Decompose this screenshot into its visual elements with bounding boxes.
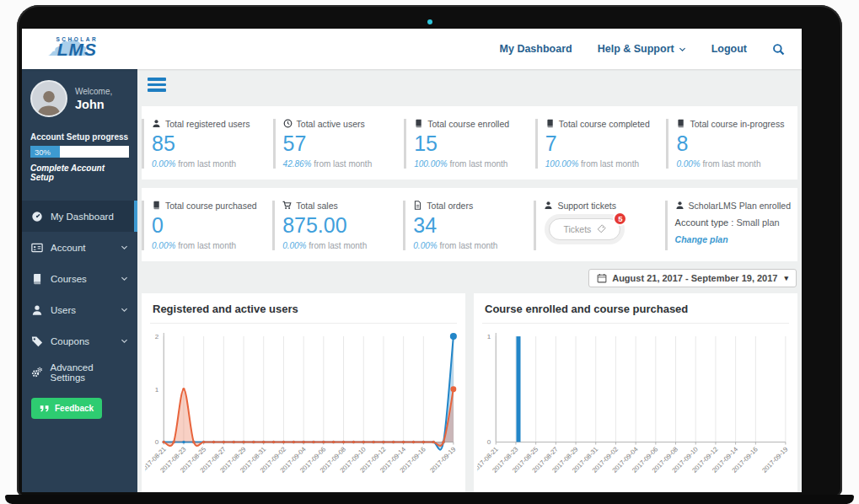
chevron-down-icon bbox=[121, 275, 128, 282]
nav-my-dashboard[interactable]: My Dashboard bbox=[500, 43, 572, 55]
id-card-icon bbox=[31, 242, 43, 254]
stats-row-1: Total registered users850.00% from last … bbox=[142, 106, 797, 180]
stat-subtext: 0.00% from last month bbox=[413, 241, 527, 250]
main-content: Total registered users850.00% from last … bbox=[137, 69, 802, 492]
stat-subtext: 42.86% from last month bbox=[283, 159, 398, 169]
sidebar-item-label: Advanced Settings bbox=[51, 362, 129, 383]
stats-row-2: Total course purchased00.00% from last m… bbox=[142, 188, 797, 261]
username: John bbox=[75, 98, 112, 111]
stat-title: Total course completed bbox=[559, 119, 650, 129]
gears-icon bbox=[31, 367, 43, 378]
tickets-badge: 5 bbox=[613, 212, 627, 226]
chart-title: Registered and active users bbox=[142, 293, 465, 323]
sidebar-item-label: Courses bbox=[51, 274, 87, 284]
nav-logout[interactable]: Logout bbox=[711, 43, 747, 55]
sidebar-item-my-dashboard[interactable]: My Dashboard bbox=[22, 201, 137, 232]
stat-value: 15 bbox=[414, 131, 529, 156]
change-plan-link[interactable]: Change plan bbox=[675, 234, 728, 244]
account-type-value: Small plan bbox=[736, 217, 779, 228]
registered-active-users-panel: Registered and active users 2017-08-2120… bbox=[142, 293, 465, 493]
stat-card-total-course-enrolled: Total course enrolled15100.00% from last… bbox=[404, 106, 535, 180]
sidebar-item-users[interactable]: Users bbox=[22, 294, 137, 325]
feedback-label: Feedback bbox=[55, 404, 94, 413]
svg-text:2017-09-19: 2017-09-19 bbox=[760, 445, 789, 474]
tablet-base bbox=[5, 495, 854, 504]
date-range-picker[interactable]: August 21, 2017 - September 19, 2017 ▾ bbox=[588, 269, 797, 287]
support-tickets-title: Support tickets bbox=[557, 201, 615, 211]
progress-fill: 30% bbox=[30, 146, 60, 158]
calendar-icon bbox=[597, 273, 607, 283]
stat-value: 875.00 bbox=[282, 213, 396, 238]
user-icon bbox=[544, 201, 553, 210]
stat-title: Total registered users bbox=[165, 119, 250, 129]
user-icon bbox=[675, 201, 685, 210]
svg-text:2: 2 bbox=[155, 333, 159, 340]
sidebar: Welcome, John Account Setup progress 30%… bbox=[22, 69, 137, 492]
sidebar-item-account[interactable]: Account bbox=[22, 232, 137, 263]
book-icon bbox=[31, 273, 43, 285]
top-header: ☁ SCHOLAR LMS My DashboardHelp & Support… bbox=[22, 29, 802, 69]
quote-icon bbox=[40, 405, 50, 413]
user-icon bbox=[152, 119, 161, 128]
stat-card-total-course-completed: Total course completed7100.00% from last… bbox=[535, 106, 667, 180]
chevron-down-icon bbox=[121, 337, 128, 345]
sidebar-item-courses[interactable]: Courses bbox=[22, 263, 137, 294]
complete-setup-link[interactable]: Complete Account Setup bbox=[30, 164, 129, 182]
stat-value: 85 bbox=[152, 131, 266, 156]
sidebar-item-coupons[interactable]: Coupons bbox=[22, 325, 137, 357]
stat-card-total-registered-users: Total registered users850.00% from last … bbox=[142, 106, 273, 180]
nav-help-support[interactable]: Help & Support bbox=[598, 43, 686, 55]
screen: ☁ SCHOLAR LMS My DashboardHelp & Support… bbox=[22, 29, 802, 492]
user-icon bbox=[31, 304, 43, 316]
stat-value: 34 bbox=[413, 213, 527, 238]
line-chart-svg: 2017-08-212017-08-232017-08-252017-08-27… bbox=[145, 328, 462, 493]
sidebar-item-label: Coupons bbox=[51, 336, 89, 346]
ticket-icon bbox=[597, 224, 606, 233]
scholar-lms-logo[interactable]: ☁ SCHOLAR LMS bbox=[22, 29, 137, 69]
page: ☁ SCHOLAR LMS My DashboardHelp & Support… bbox=[0, 0, 859, 504]
search-icon[interactable] bbox=[772, 43, 785, 56]
stat-title: Total course purchased bbox=[165, 201, 257, 211]
stat-title: Total course in-progress bbox=[690, 119, 784, 129]
stat-subtext: 0.00% from last month bbox=[676, 159, 791, 169]
chevron-down-icon bbox=[679, 46, 686, 53]
caret-down-icon: ▾ bbox=[784, 274, 788, 282]
course-enrolled-purchased-chart: 2017-08-212017-08-232017-08-252017-08-27… bbox=[474, 324, 797, 493]
date-range-label: August 21, 2017 - September 19, 2017 bbox=[612, 273, 777, 283]
cart-icon bbox=[282, 201, 292, 210]
stat-card-total-course-in-progress: Total course in-progress80.00% from last… bbox=[666, 106, 797, 180]
sidebar-item-label: Users bbox=[51, 305, 76, 315]
stat-card-total-sales: Total sales875.000.00% from last month bbox=[272, 188, 403, 261]
book-icon bbox=[152, 201, 161, 210]
support-tickets-card: Support tickets Tickets 5 bbox=[534, 188, 664, 261]
stat-card-total-active-users: Total active users5742.86% from last mon… bbox=[273, 106, 405, 180]
stat-subtext: 0.00% from last month bbox=[152, 241, 266, 250]
stat-title: Total sales bbox=[296, 201, 338, 211]
svg-text:2017-09-19: 2017-09-19 bbox=[428, 445, 457, 474]
menu-toggle-icon[interactable] bbox=[148, 78, 166, 94]
svg-text:1: 1 bbox=[155, 385, 159, 393]
sidebar-item-label: My Dashboard bbox=[51, 212, 114, 222]
course-enrolled-purchased-panel: Course enrolled and course purchased 201… bbox=[474, 293, 797, 493]
profile-block: Welcome, John bbox=[22, 69, 137, 124]
stat-card-total-orders: Total orders340.00% from last month bbox=[403, 188, 534, 261]
stat-subtext: 0.00% from last month bbox=[282, 241, 396, 250]
stat-title: Total course enrolled bbox=[427, 119, 509, 129]
stat-value: 57 bbox=[283, 131, 398, 156]
sidebar-menu: My DashboardAccountCoursesUsersCouponsAd… bbox=[22, 201, 137, 388]
file-icon bbox=[413, 201, 422, 210]
welcome-text: Welcome, bbox=[75, 87, 112, 96]
tickets-button[interactable]: Tickets 5 bbox=[549, 218, 620, 240]
avatar[interactable] bbox=[30, 80, 67, 117]
account-setup-block: Account Setup progress 30% Complete Acco… bbox=[22, 124, 137, 189]
chevron-down-icon bbox=[121, 244, 128, 251]
book-icon bbox=[545, 119, 555, 128]
clock-icon bbox=[283, 119, 293, 128]
sidebar-item-label: Account bbox=[51, 243, 86, 253]
progress-label: Account Setup progress bbox=[30, 132, 129, 142]
stat-title: Total orders bbox=[427, 201, 473, 211]
logo-big-text: LMS bbox=[56, 42, 99, 58]
stat-value: 7 bbox=[545, 131, 660, 156]
feedback-button[interactable]: Feedback bbox=[31, 398, 102, 419]
sidebar-item-advanced-settings[interactable]: Advanced Settings bbox=[22, 357, 137, 388]
